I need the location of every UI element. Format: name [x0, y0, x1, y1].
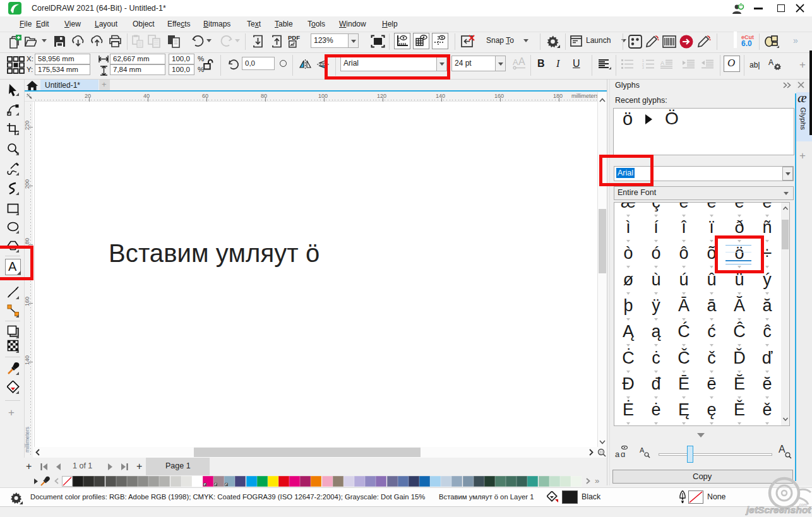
svg-text:A: A [513, 57, 518, 67]
svg-text:.com: .com [798, 502, 807, 507]
svg-text:A: A [518, 57, 525, 67]
svg-text:A: A [660, 60, 664, 66]
svg-text:3: 3 [642, 66, 644, 69]
